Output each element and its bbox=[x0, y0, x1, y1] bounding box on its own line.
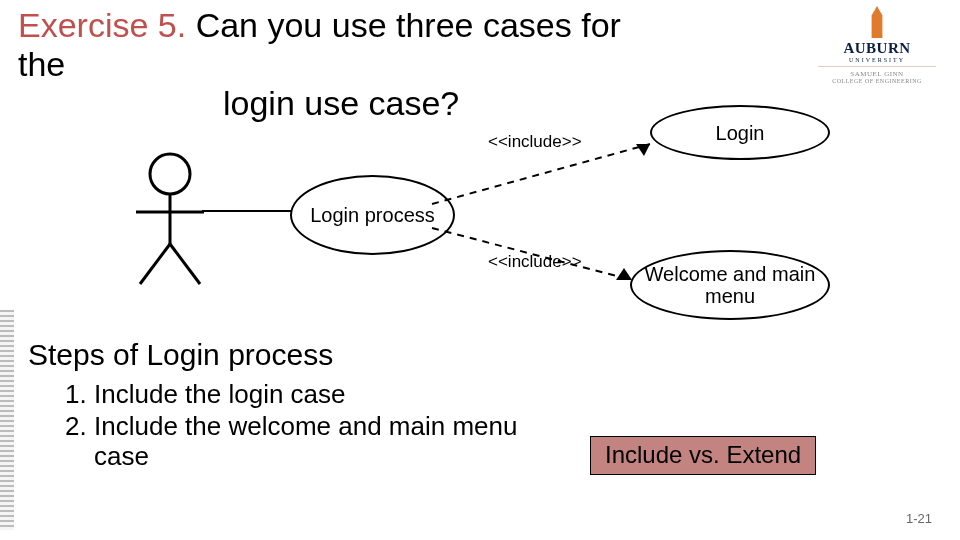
include-arrow-to-welcome bbox=[432, 224, 647, 298]
login-label: Login bbox=[716, 122, 765, 144]
steps-list: Include the login case Include the welco… bbox=[60, 380, 520, 474]
logo-university: UNIVERSITY bbox=[812, 57, 942, 63]
svg-line-7 bbox=[432, 228, 632, 280]
badge-text: Include vs. Extend bbox=[605, 441, 801, 468]
process-label: Login process bbox=[310, 204, 435, 226]
actor-association-line bbox=[202, 210, 298, 212]
use-case-diagram: Login process Login Welcome and main men… bbox=[100, 100, 940, 335]
auburn-logo: AUBURN UNIVERSITY SAMUEL GINN COLLEGE OF… bbox=[812, 6, 942, 84]
binder-decoration bbox=[0, 310, 14, 530]
exercise-label: Exercise 5. bbox=[18, 6, 186, 44]
steps-heading: Steps of Login process bbox=[28, 338, 333, 372]
svg-point-0 bbox=[150, 154, 190, 194]
svg-line-4 bbox=[170, 244, 200, 284]
logo-divider bbox=[818, 66, 936, 67]
list-item: Include the welcome and main menu case bbox=[94, 412, 520, 472]
slide-number: 1-21 bbox=[906, 511, 932, 526]
svg-line-5 bbox=[432, 144, 650, 204]
list-item: Include the login case bbox=[94, 380, 520, 410]
svg-marker-6 bbox=[636, 144, 650, 156]
include-arrow-to-login bbox=[432, 138, 662, 222]
logo-name: AUBURN bbox=[812, 40, 942, 57]
actor-icon bbox=[130, 152, 220, 292]
welcome-label: Welcome and main menu bbox=[632, 263, 828, 307]
use-case-login: Login bbox=[650, 105, 830, 160]
include-vs-extend-badge: Include vs. Extend bbox=[590, 436, 816, 475]
use-case-login-process: Login process bbox=[290, 175, 455, 255]
use-case-welcome: Welcome and main menu bbox=[630, 250, 830, 320]
logo-college: COLLEGE OF ENGINEERING bbox=[812, 78, 942, 84]
svg-line-3 bbox=[140, 244, 170, 284]
logo-samuel-ginn: SAMUEL GINN bbox=[812, 70, 942, 78]
tower-icon bbox=[868, 6, 886, 38]
svg-marker-8 bbox=[616, 268, 632, 280]
